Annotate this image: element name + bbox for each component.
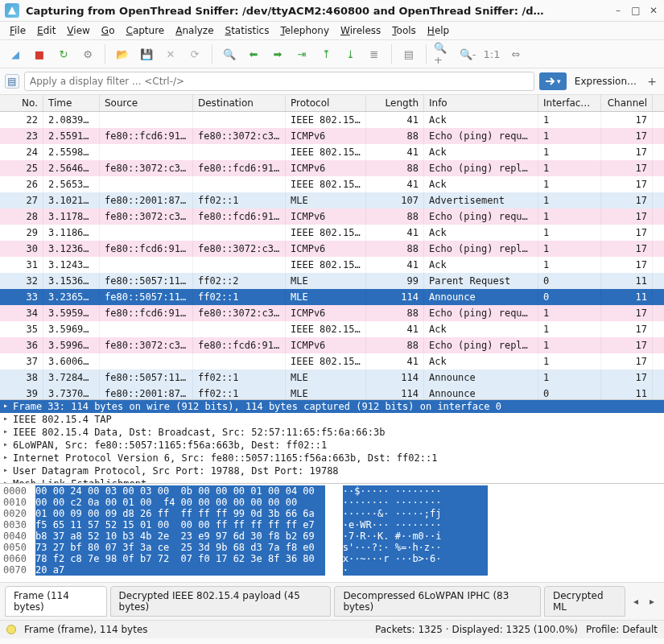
menu-telephony[interactable]: Telephony: [275, 23, 334, 38]
shark-fin-icon[interactable]: ◢: [5, 43, 26, 64]
menu-help[interactable]: Help: [423, 23, 454, 38]
hex-line[interactable]: 005073 27 bf 80 07 3f 3a ce 25 3d 9b 68 …: [3, 542, 661, 553]
column-header[interactable]: Source: [100, 95, 193, 111]
hex-line[interactable]: 007020 a7 ·: [3, 564, 661, 576]
open-icon[interactable]: 📂: [112, 43, 133, 64]
display-filter-input[interactable]: [24, 72, 534, 91]
minimize-button[interactable]: –: [612, 5, 624, 16]
menu-edit[interactable]: Edit: [32, 23, 60, 38]
status-profile[interactable]: Profile: Default: [586, 624, 658, 635]
packet-row[interactable]: 242.559851IEEE 802.15.441Ack117: [0, 144, 664, 160]
packet-row[interactable]: 262.565374IEEE 802.15.441Ack117: [0, 176, 664, 192]
packet-row[interactable]: 393.737099fe80::2001:877…ff02::1MLE114An…: [0, 386, 664, 400]
zoom-out-icon[interactable]: 🔍-: [457, 43, 478, 64]
packet-row[interactable]: 353.596956IEEE 802.15.441Ack117: [0, 321, 664, 337]
column-header[interactable]: Time: [43, 95, 100, 111]
menu-wireless[interactable]: Wireless: [336, 23, 386, 38]
reload-icon[interactable]: ⟳: [184, 43, 205, 64]
bookmark-icon[interactable]: ▤: [5, 74, 19, 89]
detail-node[interactable]: IEEE 802.15.4 Data, Dst: Broadcast, Src:…: [0, 426, 664, 439]
window-title: Capturing from OpenThread Sniffer: /dev/…: [26, 5, 606, 17]
close-icon[interactable]: ✕: [160, 43, 181, 64]
menu-go[interactable]: Go: [97, 23, 120, 38]
options-icon[interactable]: ⚙: [77, 43, 98, 64]
column-header[interactable]: Channel: [601, 95, 653, 111]
add-filter-button[interactable]: +: [645, 75, 659, 88]
column-header[interactable]: Protocol: [286, 95, 366, 111]
bytes-tab[interactable]: Decompressed 6LoWPAN IPHC (83 bytes): [334, 586, 541, 617]
packet-row[interactable]: 252.564627fe80::3072:c3a…fe80::fcd6:91…I…: [0, 160, 664, 176]
stop-icon[interactable]: ■: [29, 43, 50, 64]
next-icon[interactable]: ➡: [267, 43, 288, 64]
column-header[interactable]: Destination: [193, 95, 286, 111]
detail-node[interactable]: 6LoWPAN, Src: fe80::5057:1165:f56a:663b,…: [0, 439, 664, 452]
maximize-button[interactable]: □: [630, 5, 641, 16]
packet-row[interactable]: 273.102153fe80::2001:877…ff02::1MLE107Ad…: [0, 192, 664, 208]
hex-line[interactable]: 000000 00 24 00 03 00 03 00 0b 00 00 00 …: [3, 485, 661, 497]
column-header[interactable]: Length: [366, 95, 424, 111]
packet-bytes[interactable]: 000000 00 24 00 03 00 03 00 0b 00 00 00 …: [0, 484, 664, 582]
autoscroll-icon[interactable]: ≣: [364, 43, 385, 64]
packet-row[interactable]: 232.559127fe80::fcd6:917…fe80::3072:c3…I…: [0, 128, 664, 144]
filter-apply-button[interactable]: ▾: [539, 72, 567, 90]
packet-row[interactable]: 383.728451fe80::5057:116…ff02::1MLE114An…: [0, 369, 664, 386]
first-icon[interactable]: ⤒: [316, 43, 336, 64]
bytes-tab[interactable]: Decrypted ML: [544, 586, 625, 617]
close-button[interactable]: ✕: [648, 5, 659, 16]
prev-icon[interactable]: ⬅: [243, 43, 264, 64]
menu-capture[interactable]: Capture: [121, 23, 169, 38]
detail-node[interactable]: User Datagram Protocol, Src Port: 19788,…: [0, 464, 664, 477]
packet-row[interactable]: 303.123627fe80::fcd6:917…fe80::3072:c3…I…: [0, 241, 664, 257]
detail-node[interactable]: Mesh Link Establishment: [0, 477, 664, 484]
packet-row[interactable]: 313.124387IEEE 802.15.441Ack117: [0, 257, 664, 273]
packet-row[interactable]: 343.595939fe80::fcd6:917…fe80::3072:c3…I…: [0, 305, 664, 321]
colorize-icon[interactable]: ▤: [398, 43, 419, 64]
packet-row[interactable]: 363.599689fe80::3072:c3a…fe80::fcd6:91…I…: [0, 337, 664, 353]
bytes-tab[interactable]: Decrypted IEEE 802.15.4 payload (45 byte…: [110, 586, 332, 617]
packet-row[interactable]: 373.600667IEEE 802.15.441Ack117: [0, 353, 664, 369]
restart-icon[interactable]: ↻: [53, 43, 74, 64]
expert-info-icon[interactable]: [6, 625, 16, 634]
column-header[interactable]: Interface ID: [538, 95, 601, 111]
expression-button[interactable]: Expression…: [571, 74, 640, 89]
packet-row[interactable]: 222.083907IEEE 802.15.441Ack117: [0, 112, 664, 128]
tab-scroll-icon[interactable]: ◂: [629, 594, 643, 609]
packet-list[interactable]: 222.083907IEEE 802.15.441Ack117232.55912…: [0, 112, 664, 400]
column-header[interactable]: Info: [424, 95, 538, 111]
packet-list-header: No.TimeSourceDestinationProtocolLengthIn…: [0, 95, 664, 112]
zoom-reset-icon[interactable]: 1:1: [481, 43, 502, 64]
menu-view[interactable]: View: [62, 23, 94, 38]
goto-icon[interactable]: ⇥: [291, 43, 312, 64]
menu-file[interactable]: File: [5, 23, 31, 38]
menu-statistics[interactable]: Statistics: [221, 23, 274, 38]
last-icon[interactable]: ⤓: [340, 43, 361, 64]
bytes-tab[interactable]: Frame (114 bytes): [5, 586, 107, 617]
resize-cols-icon[interactable]: ⇔: [505, 43, 526, 64]
hex-line[interactable]: 0040b8 37 a8 52 10 b3 4b 2e 23 e9 97 6d …: [3, 530, 661, 542]
zoom-in-icon[interactable]: 🔍+: [433, 43, 454, 64]
save-icon[interactable]: 💾: [136, 43, 157, 64]
bytes-tabs: Frame (114 bytes)Decrypted IEEE 802.15.4…: [0, 582, 664, 621]
filter-bar: ▤ ▾ Expression… +: [0, 68, 664, 95]
packet-row[interactable]: 283.117856fe80::3072:c3a…fe80::fcd6:91…I…: [0, 208, 664, 225]
app-icon: [5, 3, 19, 18]
detail-node[interactable]: Frame 33: 114 bytes on wire (912 bits), …: [0, 400, 664, 413]
hex-line[interactable]: 006078 f2 c8 7e 98 0f b7 72 07 f0 17 62 …: [3, 553, 661, 564]
menu-analyze[interactable]: Analyze: [171, 23, 218, 38]
hex-line[interactable]: 001000 00 c2 0a 00 01 00 f4 00 00 00 00 …: [3, 497, 661, 508]
menu-bar: FileEditViewGoCaptureAnalyzeStatisticsTe…: [0, 22, 664, 40]
packet-details[interactable]: Frame 33: 114 bytes on wire (912 bits), …: [0, 400, 664, 484]
detail-node[interactable]: Internet Protocol Version 6, Src: fe80::…: [0, 452, 664, 464]
packet-row[interactable]: 323.153670fe80::5057:116…ff02::2MLE99Par…: [0, 273, 664, 289]
detail-node[interactable]: IEEE 802.15.4 TAP: [0, 413, 664, 426]
tab-scroll-icon[interactable]: ▸: [645, 594, 659, 609]
hex-line[interactable]: 0030f5 65 11 57 52 15 01 00 00 00 ff ff …: [3, 519, 661, 530]
status-bar: Frame (frame), 114 bytes Packets: 1325 ·…: [0, 621, 664, 638]
menu-tools[interactable]: Tools: [387, 23, 421, 38]
column-header[interactable]: No.: [0, 95, 43, 111]
packet-row[interactable]: 293.118669IEEE 802.15.441Ack117: [0, 225, 664, 241]
hex-line[interactable]: 002001 00 09 00 09 d8 26 ff ff ff ff 99 …: [3, 508, 661, 519]
packet-row[interactable]: 333.236526fe80::5057:116…ff02::1MLE114An…: [0, 289, 664, 305]
find-icon[interactable]: 🔍: [219, 43, 240, 64]
title-bar: Capturing from OpenThread Sniffer: /dev/…: [0, 0, 664, 22]
